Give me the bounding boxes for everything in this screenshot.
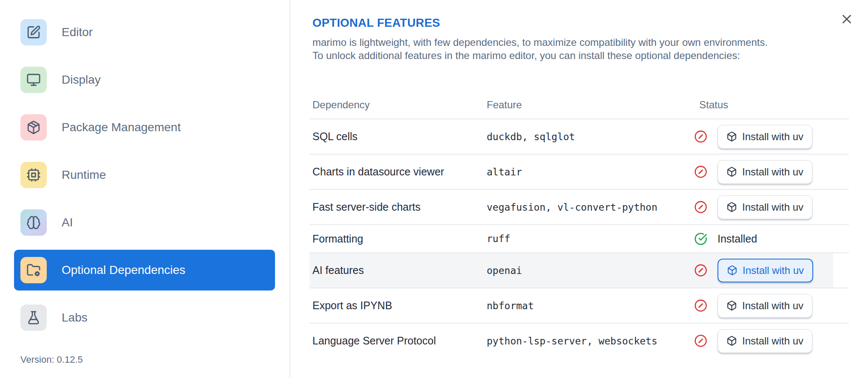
dependency-name: AI features	[309, 264, 487, 276]
dependency-table: Dependency Feature Status SQL cellsduckd…	[309, 91, 849, 358]
status-cell: Install with uv	[694, 294, 849, 318]
install-with-uv-button[interactable]: Install with uv	[718, 160, 812, 184]
install-with-uv-button[interactable]: Install with uv	[718, 294, 812, 318]
column-header-dependency: Dependency	[309, 99, 487, 111]
circle-x-icon	[694, 299, 707, 312]
sidebar-item-package-management[interactable]: Package Management	[14, 107, 275, 148]
sidebar-item-label: Editor	[62, 25, 93, 39]
feature-packages: openai	[487, 265, 694, 276]
dependency-name: SQL cells	[309, 130, 487, 143]
package-box-icon	[727, 265, 738, 276]
feature-packages: ruff	[487, 233, 694, 244]
circle-x-icon	[694, 200, 707, 214]
circle-check-icon	[694, 232, 707, 245]
sidebar-item-label: Labs	[62, 311, 88, 324]
sidebar-item-editor[interactable]: Editor	[14, 12, 275, 53]
page-title: OPTIONAL FEATURES	[290, 0, 868, 30]
version-label: Version: 0.12.5	[20, 354, 83, 365]
close-button[interactable]	[840, 12, 854, 26]
install-button-label: Install with uv	[742, 201, 803, 213]
table-header-row: Dependency Feature Status	[309, 91, 849, 119]
settings-sidebar: EditorDisplayPackage ManagementRuntimeAI…	[0, 0, 290, 378]
table-row-export-as-ipynb: Export as IPYNBnbformatInstall with uv	[309, 288, 849, 324]
folder-cog-icon	[20, 257, 47, 283]
status-cell: Install with uv	[694, 160, 849, 184]
package-box-icon	[726, 202, 737, 212]
column-header-status: Status	[694, 99, 849, 111]
feature-packages: python-lsp-server, websockets	[487, 336, 694, 347]
install-with-uv-button[interactable]: Install with uv	[718, 259, 813, 282]
sidebar-item-runtime[interactable]: Runtime	[14, 155, 275, 195]
column-header-feature: Feature	[487, 99, 694, 111]
sidebar-item-labs[interactable]: Labs	[14, 297, 275, 338]
description-line-1: marimo is lightweight, with few dependen…	[312, 36, 868, 49]
table-body: SQL cellsduckdb, sqlglotInstall with uvC…	[309, 119, 849, 358]
feature-packages: vegafusion, vl-convert-python	[487, 202, 694, 213]
package-box-icon	[726, 131, 737, 142]
status-cell: Install with uv	[694, 259, 849, 282]
sidebar-item-optional-dependencies[interactable]: Optional Dependencies	[14, 250, 275, 291]
dependency-name: Fast server-side charts	[309, 201, 487, 213]
sidebar-item-label: Package Management	[62, 121, 181, 134]
sidebar-item-ai[interactable]: AI	[14, 202, 275, 243]
close-icon	[840, 21, 854, 28]
description-line-2: To unlock additional features in the mar…	[312, 49, 868, 62]
install-button-label: Install with uv	[743, 265, 804, 276]
flask-icon	[20, 305, 47, 331]
circle-x-icon	[694, 165, 707, 178]
table-row-ai-features: AI featuresopenaiInstall with uv	[309, 253, 849, 288]
circle-x-icon	[694, 264, 707, 277]
status-cell: Installed	[694, 232, 849, 245]
status-cell: Install with uv	[694, 329, 849, 353]
install-with-uv-button[interactable]: Install with uv	[718, 329, 812, 353]
settings-dialog: EditorDisplayPackage ManagementRuntimeAI…	[0, 0, 868, 378]
status-installed-label: Installed	[718, 233, 757, 245]
install-button-label: Install with uv	[742, 166, 803, 178]
optional-features-panel: OPTIONAL FEATURES marimo is lightweight,…	[290, 0, 868, 378]
feature-packages: altair	[487, 166, 694, 178]
install-with-uv-button[interactable]: Install with uv	[718, 195, 812, 219]
table-row-fast-server-side-charts: Fast server-side chartsvegafusion, vl-co…	[309, 190, 849, 225]
table-row-formatting: FormattingruffInstalled	[309, 225, 849, 253]
dependency-name: Language Server Protocol	[309, 335, 487, 347]
package-box-icon	[726, 300, 737, 311]
table-row-charts-in-datasource-viewer: Charts in datasource vieweraltairInstall…	[309, 155, 849, 190]
status-cell: Install with uv	[694, 195, 849, 219]
install-button-label: Install with uv	[742, 335, 803, 347]
sidebar-item-label: AI	[62, 216, 73, 229]
dependency-name: Export as IPYNB	[309, 299, 487, 312]
sidebar-item-display[interactable]: Display	[14, 59, 275, 100]
package-box-icon	[726, 166, 737, 177]
package-icon	[20, 114, 47, 141]
sidebar-item-label: Optional Dependencies	[62, 263, 185, 277]
install-with-uv-button[interactable]: Install with uv	[718, 125, 812, 149]
install-button-label: Install with uv	[742, 300, 803, 312]
table-row-language-server-protocol: Language Server Protocolpython-lsp-serve…	[309, 324, 849, 358]
cpu-icon	[20, 162, 47, 188]
package-box-icon	[726, 336, 737, 346]
feature-packages: nbformat	[487, 300, 694, 311]
brain-icon	[20, 209, 47, 236]
dependency-name: Formatting	[309, 233, 487, 245]
status-cell: Install with uv	[694, 125, 849, 149]
feature-packages: duckdb, sqlglot	[487, 131, 694, 142]
circle-x-icon	[694, 334, 707, 347]
dependency-name: Charts in datasource viewer	[309, 166, 487, 178]
display-icon	[20, 67, 47, 93]
install-button-label: Install with uv	[742, 131, 803, 143]
editor-icon	[20, 19, 47, 45]
sidebar-nav: EditorDisplayPackage ManagementRuntimeAI…	[0, 0, 289, 338]
sidebar-item-label: Display	[62, 73, 101, 87]
sidebar-item-label: Runtime	[62, 168, 106, 182]
panel-description: marimo is lightweight, with few dependen…	[312, 36, 868, 62]
circle-x-icon	[694, 130, 707, 143]
table-row-sql-cells: SQL cellsduckdb, sqlglotInstall with uv	[309, 119, 849, 155]
